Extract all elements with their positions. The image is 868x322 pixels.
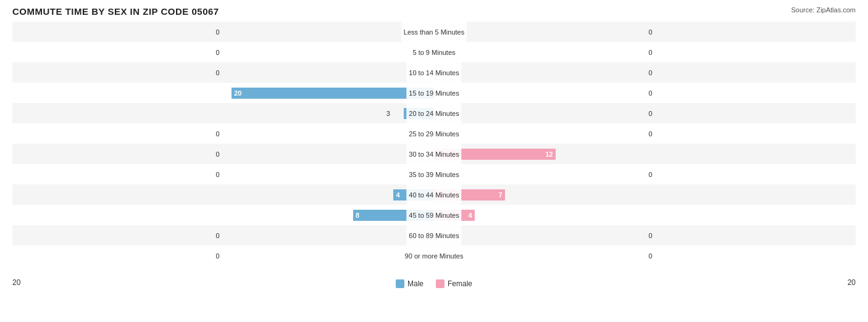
female-bar: 4 (434, 210, 475, 221)
chart-area: 0Less than 5 Minutes005 to 9 Minutes0010… (12, 22, 856, 275)
female-bar: 12 (434, 149, 556, 160)
male-zero-value: 0 (215, 69, 219, 76)
female-zero-value: 0 (649, 252, 653, 260)
female-zero-value: 0 (649, 69, 653, 76)
female-zero-value: 0 (649, 28, 653, 36)
male-zero-value: 0 (215, 49, 219, 56)
male-zero-value: 0 (215, 232, 219, 239)
right-half: 7 (434, 184, 856, 205)
female-bar-value: 12 (545, 151, 553, 158)
female-zero-value: 0 (649, 171, 653, 178)
left-half: 0 (12, 123, 434, 144)
chart-row: 0Less than 5 Minutes0 (12, 22, 856, 42)
left-half: 0 (12, 144, 434, 164)
male-bar-value: 3 (386, 110, 390, 117)
female-zero-value: 0 (649, 232, 653, 239)
legend-row: Male Female (396, 279, 472, 288)
male-swatch (396, 279, 404, 288)
male-bar: 3 (404, 108, 434, 119)
right-half: 0 (434, 83, 856, 103)
male-bar-value: 4 (396, 191, 399, 199)
female-bar-value: 4 (468, 212, 472, 219)
male-label: Male (407, 279, 424, 288)
chart-row: 010 to 14 Minutes0 (12, 62, 856, 83)
male-zero-value: 0 (215, 252, 219, 260)
male-zero-value: 0 (215, 151, 219, 158)
right-half: 0 (434, 22, 856, 42)
left-half: 0 (12, 164, 434, 184)
female-zero-value: 0 (649, 110, 653, 117)
right-half: 0 (434, 62, 856, 83)
female-zero-value: 0 (649, 49, 653, 56)
chart-row: 030 to 34 Minutes12 (12, 144, 856, 164)
chart-row: 845 to 59 Minutes4 (12, 205, 856, 225)
chart-row: 060 to 89 Minutes0 (12, 225, 856, 246)
left-half: 0 (12, 62, 434, 83)
left-half: 20 (12, 83, 434, 103)
left-half: 0 (12, 22, 434, 42)
chart-row: 320 to 24 Minutes0 (12, 103, 856, 123)
right-half: 12 (434, 144, 856, 164)
right-half: 0 (434, 164, 856, 184)
chart-row: 440 to 44 Minutes7 (12, 184, 856, 205)
left-half: 8 (12, 205, 434, 225)
left-half: 3 (12, 103, 434, 123)
male-bar: 4 (393, 189, 434, 200)
left-half: 4 (12, 184, 434, 205)
right-half: 0 (434, 42, 856, 62)
right-half: 0 (434, 246, 856, 266)
right-half: 0 (434, 103, 856, 123)
chart-title: COMMUTE TIME BY SEX IN ZIP CODE 05067 (12, 6, 219, 17)
chart-row: 035 to 39 Minutes0 (12, 164, 856, 184)
axis-row: 20 Male Female 20 (12, 277, 856, 288)
chart-row: 05 to 9 Minutes0 (12, 42, 856, 62)
male-zero-value: 0 (215, 28, 219, 36)
left-half: 0 (12, 42, 434, 62)
male-bar: 8 (353, 210, 434, 221)
female-bar-value: 7 (499, 191, 503, 199)
right-half: 0 (434, 123, 856, 144)
female-bar: 7 (434, 189, 505, 200)
right-half: 0 (434, 225, 856, 246)
female-zero-value: 0 (649, 89, 653, 97)
source-text: Source: ZipAtlas.com (791, 6, 856, 14)
female-zero-value: 0 (649, 130, 653, 138)
legend-male: Male (396, 279, 424, 288)
male-bar-value: 20 (234, 89, 241, 97)
axis-left: 20 (12, 278, 20, 287)
axis-right: 20 (848, 278, 856, 287)
female-label: Female (448, 279, 472, 288)
male-bar: 20 (232, 88, 434, 99)
chart-row: 2015 to 19 Minutes0 (12, 83, 856, 103)
title-row: COMMUTE TIME BY SEX IN ZIP CODE 05067 So… (12, 6, 856, 17)
male-zero-value: 0 (215, 171, 219, 178)
left-half: 0 (12, 225, 434, 246)
right-half: 4 (434, 205, 856, 225)
chart-container: COMMUTE TIME BY SEX IN ZIP CODE 05067 So… (0, 0, 868, 322)
left-half: 0 (12, 246, 434, 266)
chart-row: 090 or more Minutes0 (12, 246, 856, 266)
chart-row: 025 to 29 Minutes0 (12, 123, 856, 144)
female-swatch (436, 279, 444, 288)
male-zero-value: 0 (215, 130, 219, 138)
legend-female: Female (436, 279, 472, 288)
male-bar-value: 8 (356, 212, 359, 219)
